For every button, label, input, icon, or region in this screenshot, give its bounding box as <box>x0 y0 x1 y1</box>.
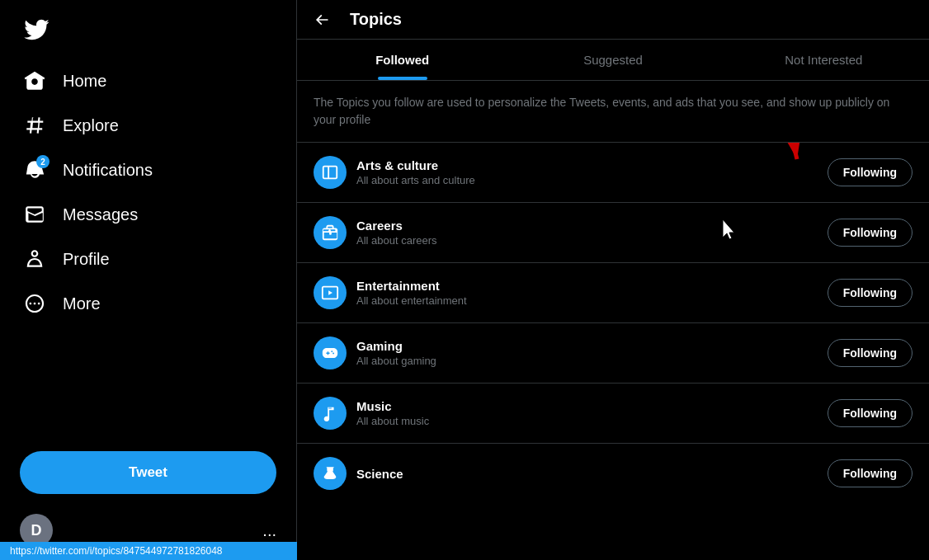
entertainment-desc: All about entertainment <box>356 294 818 307</box>
back-arrow-icon <box>314 12 330 28</box>
entertainment-icon <box>314 276 347 309</box>
topics-header: Topics <box>297 0 929 40</box>
science-icon <box>314 457 347 490</box>
explore-icon <box>23 114 46 137</box>
sidebar: Home Explore 2 Notifications Messages <box>0 0 297 560</box>
mail-icon <box>23 203 46 226</box>
bell-icon: 2 <box>23 158 46 181</box>
topic-item-science: Science Following <box>297 444 929 503</box>
tab-followed-label: Followed <box>375 53 429 67</box>
careers-desc: All about careers <box>356 234 818 247</box>
arts-culture-info: Arts & culture All about arts and cultur… <box>356 158 818 186</box>
careers-icon <box>314 216 347 249</box>
explore-label: Explore <box>63 116 119 135</box>
science-info: Science <box>356 467 818 481</box>
tab-followed[interactable]: Followed <box>297 40 507 80</box>
tab-suggested-label: Suggested <box>583 53 643 67</box>
notifications-label: Notifications <box>63 161 153 180</box>
gaming-following-button[interactable]: Following <box>828 339 912 367</box>
sidebar-item-messages[interactable]: Messages <box>10 193 286 236</box>
sidebar-item-home[interactable]: Home <box>10 59 286 102</box>
topics-description: The Topics you follow are used to person… <box>297 81 929 143</box>
music-icon <box>314 397 347 430</box>
arts-culture-name: Arts & culture <box>356 158 818 172</box>
main-content: Topics Followed Suggested Not Interested… <box>297 0 929 560</box>
sidebar-item-more[interactable]: More <box>10 282 286 325</box>
science-following-button[interactable]: Following <box>828 459 912 487</box>
home-icon <box>23 69 46 92</box>
music-info: Music All about music <box>356 399 818 427</box>
topic-item-arts-culture: Arts & culture All about arts and cultur… <box>297 143 929 203</box>
status-url: https://twitter.com/i/topics/84754497278… <box>10 545 223 557</box>
description-text: The Topics you follow are used to person… <box>314 96 889 126</box>
topic-item-gaming: Gaming All about gaming Following <box>297 323 929 384</box>
notifications-badge: 2 <box>36 155 50 168</box>
music-following-button[interactable]: Following <box>828 399 912 427</box>
tab-not-interested-label: Not Interested <box>785 53 862 67</box>
page-title: Topics <box>350 10 402 29</box>
topic-item-entertainment: Entertainment All about entertainment Fo… <box>297 263 929 323</box>
tweet-button[interactable]: Tweet <box>20 451 276 494</box>
twitter-bird-icon <box>23 16 50 43</box>
entertainment-following-button[interactable]: Following <box>828 279 912 307</box>
tab-suggested[interactable]: Suggested <box>507 40 718 80</box>
careers-name: Careers <box>356 219 818 233</box>
arts-culture-desc: All about arts and culture <box>356 174 818 186</box>
careers-info: Careers All about careers <box>356 219 818 247</box>
status-bar: https://twitter.com/i/topics/84754497278… <box>0 542 297 560</box>
topics-list: Arts & culture All about arts and cultur… <box>297 143 929 560</box>
more-label: More <box>63 294 101 313</box>
entertainment-info: Entertainment All about entertainment <box>356 279 818 307</box>
home-label: Home <box>63 72 106 91</box>
person-icon <box>23 247 46 271</box>
arts-culture-following-button[interactable]: Following <box>828 158 912 186</box>
gaming-info: Gaming All about gaming <box>356 339 818 367</box>
gaming-name: Gaming <box>356 339 818 353</box>
music-name: Music <box>356 399 818 413</box>
messages-label: Messages <box>63 205 138 224</box>
sidebar-item-notifications[interactable]: 2 Notifications <box>10 148 286 191</box>
back-button[interactable] <box>314 12 330 28</box>
tab-not-interested[interactable]: Not Interested <box>719 40 929 80</box>
tabs-bar: Followed Suggested Not Interested <box>297 40 929 81</box>
sidebar-item-profile[interactable]: Profile <box>10 238 286 280</box>
music-desc: All about music <box>356 415 818 427</box>
more-circle-icon <box>23 292 46 315</box>
sidebar-nav: Home Explore 2 Notifications Messages <box>10 59 286 438</box>
topic-item-careers: Careers All about careers Following <box>297 203 929 263</box>
gaming-icon <box>314 336 347 369</box>
footer-more-button[interactable]: ... <box>262 521 276 540</box>
sidebar-item-explore[interactable]: Explore <box>10 104 286 147</box>
arts-culture-icon <box>314 156 347 189</box>
science-name: Science <box>356 467 818 481</box>
profile-label: Profile <box>63 250 110 269</box>
entertainment-name: Entertainment <box>356 279 818 293</box>
careers-following-button[interactable]: Following <box>828 219 912 247</box>
gaming-desc: All about gaming <box>356 355 818 367</box>
topic-item-music: Music All about music Following <box>297 384 929 444</box>
twitter-logo[interactable] <box>10 7 286 56</box>
